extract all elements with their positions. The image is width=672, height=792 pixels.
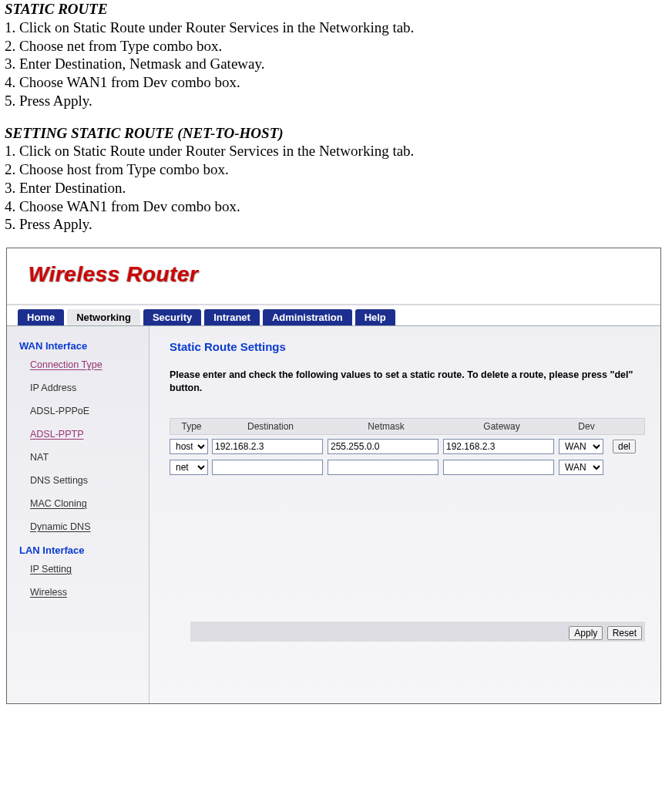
sidebar-item-ip-setting[interactable]: IP Setting: [30, 564, 141, 575]
tab-home[interactable]: Home: [18, 309, 64, 325]
col-header-dev: Dev: [559, 419, 613, 434]
dev-select[interactable]: WAN: [559, 439, 603, 454]
type-select[interactable]: net: [170, 460, 208, 475]
sidebar-item-mac-cloning[interactable]: MAC Cloning: [30, 498, 141, 509]
step: 2. Choose host from Type combo box.: [5, 160, 669, 179]
step: 1. Click on Static Route under Router Se…: [5, 142, 669, 160]
col-header-gateway: Gateway: [444, 419, 559, 434]
step: 2. Choose net from Type combo box.: [5, 37, 669, 56]
page-description: Please enter and check the following val…: [170, 369, 645, 395]
reset-button[interactable]: Reset: [607, 626, 642, 640]
page-title: Static Route Settings: [170, 340, 645, 353]
type-select[interactable]: host: [170, 439, 208, 454]
apply-button[interactable]: Apply: [569, 626, 603, 640]
sidebar-item-ip-address[interactable]: IP Address: [30, 383, 141, 393]
table-header: Type Destination Netmask Gateway Dev: [170, 418, 645, 435]
sidebar-item-adsl-pppoe[interactable]: ADSL-PPPoE: [30, 406, 141, 416]
col-header-destination: Destination: [213, 419, 328, 434]
sidebar: WAN Interface Connection Type IP Address…: [7, 326, 150, 703]
netmask-input[interactable]: [328, 439, 438, 454]
steps-net-to-host: 1. Click on Static Route under Router Se…: [5, 142, 669, 234]
sidebar-item-dynamic-dns[interactable]: Dynamic DNS: [30, 521, 141, 532]
destination-input[interactable]: [212, 460, 323, 475]
steps-static-route: 1. Click on Static Route under Router Se…: [5, 19, 669, 110]
tab-security[interactable]: Security: [143, 309, 201, 325]
tab-intranet[interactable]: Intranet: [204, 309, 260, 325]
heading-static-route: STATIC ROUTE: [5, 0, 669, 19]
step: 3. Enter Destination, Netmask and Gatewa…: [5, 55, 669, 73]
destination-input[interactable]: [212, 439, 323, 454]
sidebar-item-adsl-pptp[interactable]: ADSL-PPTP: [30, 429, 141, 440]
table-row: net WAN: [170, 456, 645, 477]
col-header-type: Type: [170, 419, 213, 434]
heading-net-to-host: SETTING STATIC ROUTE (NET-TO-HOST): [5, 124, 669, 143]
gateway-input[interactable]: [443, 460, 554, 475]
step: 1. Click on Static Route under Router Se…: [5, 19, 669, 37]
netmask-input[interactable]: [328, 460, 438, 475]
col-header-netmask: Netmask: [328, 419, 444, 434]
col-header-action: [613, 419, 638, 434]
router-admin-window: Wireless Router Home Networking Security…: [6, 248, 661, 704]
sidebar-item-connection-type[interactable]: Connection Type: [30, 359, 141, 370]
content-pane: Static Route Settings Please enter and c…: [150, 326, 660, 703]
static-route-table: Type Destination Netmask Gateway Dev hos…: [170, 418, 645, 477]
table-row: host WAN del: [170, 435, 645, 456]
step: 3. Enter Destination.: [5, 179, 669, 197]
step: 5. Press Apply.: [5, 215, 669, 234]
app-header: Wireless Router: [7, 248, 660, 305]
sidebar-item-wireless[interactable]: Wireless: [30, 587, 141, 598]
step: 4. Choose WAN1 from Dev combo box.: [5, 197, 669, 216]
tab-administration[interactable]: Administration: [263, 309, 352, 325]
sidebar-item-dns-settings[interactable]: DNS Settings: [30, 475, 141, 486]
step: 5. Press Apply.: [5, 92, 669, 110]
tab-networking[interactable]: Networking: [67, 309, 140, 325]
dev-select[interactable]: WAN: [559, 460, 603, 475]
brand-logo: Wireless Router: [29, 262, 198, 287]
sidebar-item-nat[interactable]: NAT: [30, 452, 141, 463]
sidebar-section-lan: LAN Interface: [19, 544, 141, 556]
del-button[interactable]: del: [613, 440, 636, 453]
step: 4. Choose WAN1 from Dev combo box.: [5, 73, 669, 92]
tab-help[interactable]: Help: [355, 309, 395, 325]
button-bar: Apply Reset: [190, 622, 645, 642]
sidebar-section-wan: WAN Interface: [19, 340, 141, 352]
main-tabs: Home Networking Security Intranet Admini…: [7, 305, 660, 325]
gateway-input[interactable]: [443, 439, 554, 454]
